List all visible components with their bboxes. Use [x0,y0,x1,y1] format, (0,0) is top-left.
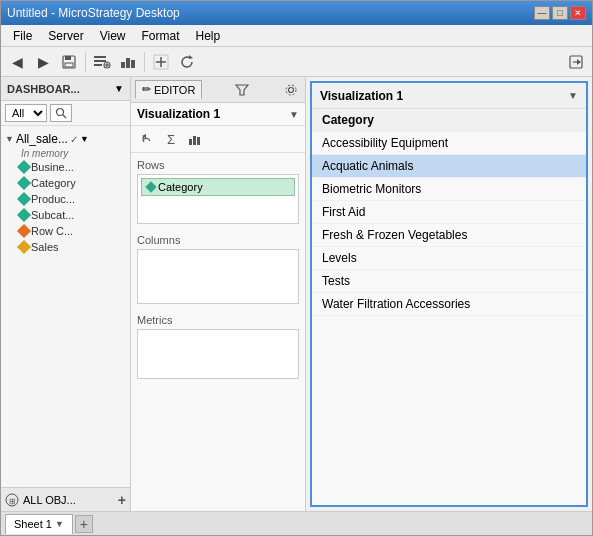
svg-point-25 [286,85,296,95]
tree-item-3[interactable]: Subcat... [3,207,128,223]
viz-content: Category Accessibility Equipment Acquati… [312,109,586,505]
sheet-tab-label: Sheet 1 [14,518,52,530]
viz-row-7[interactable]: Tests [312,270,586,293]
add-data-button[interactable] [90,50,114,74]
pencil-icon: ✏ [142,83,151,96]
toolbar-separator-2 [144,52,145,72]
add-sheet-button[interactable]: + [75,515,93,533]
add-object-button[interactable]: + [118,492,126,508]
tree-item-1[interactable]: Category [3,175,128,191]
filter-icon-btn[interactable] [232,80,252,100]
svg-line-20 [63,115,66,118]
main-window: Untitled - MicroStrategy Desktop — □ ✕ F… [0,0,593,536]
columns-drop-area[interactable] [137,249,299,304]
toolbar-separator-1 [85,52,86,72]
save-icon [61,54,77,70]
viz-cell-3: Biometric Monitors [322,182,421,196]
right-panel: Visualization 1 ▼ Category Accessibility… [310,81,588,507]
viz-row-8[interactable]: Water Filtration Accessories [312,293,586,316]
menu-format[interactable]: Format [133,27,187,45]
columns-label: Columns [137,234,299,246]
tree-item-4[interactable]: Row C... [3,223,128,239]
tree-item-label-0: Busine... [31,161,74,173]
search-button[interactable] [50,104,72,122]
add-button[interactable] [149,50,173,74]
editor-tab[interactable]: ✏ EDITOR [135,80,202,99]
chart-icon [120,54,136,70]
refresh-button[interactable] [175,50,199,74]
svg-rect-3 [94,56,106,58]
chart-button[interactable] [116,50,140,74]
filter-dropdown[interactable]: All [5,104,47,122]
menu-help[interactable]: Help [188,27,229,45]
columns-section: Columns [131,228,305,308]
viz-cell-1: Accessibility Equipment [322,136,448,150]
maximize-button[interactable]: □ [552,6,568,20]
search-row: All [1,101,130,126]
svg-rect-10 [126,58,130,68]
rows-drop-area[interactable]: Category [137,174,299,224]
all-objects-label[interactable]: ALL OBJ... [23,494,76,506]
metrics-label: Metrics [137,314,299,326]
viz-row-2[interactable]: Acquatic Animals [312,155,586,178]
viz-cell-2: Acquatic Animals [322,159,413,173]
viz-cell-5: Fresh & Frozen Vegetables [322,228,467,242]
main-area: DASHBOAR... ▼ All ▼ A [1,77,592,511]
menu-file[interactable]: File [5,27,40,45]
filter-icon [235,83,249,97]
svg-text:⊞: ⊞ [9,497,16,506]
add-icon [153,54,169,70]
viz-cell-6: Levels [322,251,357,265]
editor-tab-label: EDITOR [154,84,195,96]
tree-item-label-4: Row C... [31,225,73,237]
forward-button[interactable]: ▶ [31,50,55,74]
svg-point-19 [57,109,64,116]
minimize-button[interactable]: — [534,6,550,20]
export-button[interactable] [564,50,588,74]
settings-icon [284,83,298,97]
viz-dropdown-button[interactable]: ▼ [289,109,299,120]
viz-select-row: Visualization 1 ▼ [131,103,305,126]
refresh-icon [179,54,195,70]
title-bar: Untitled - MicroStrategy Desktop — □ ✕ [1,1,592,25]
left-panel-down-arrow[interactable]: ▼ [114,83,124,94]
menu-server[interactable]: Server [40,27,91,45]
sheet-tab-1[interactable]: Sheet 1 ▼ [5,514,73,534]
viz-row-6[interactable]: Levels [312,247,586,270]
diamond-icon-1 [17,176,31,190]
viz-row-4[interactable]: First Aid [312,201,586,224]
menu-bar: File Server View Format Help [1,25,592,47]
tree-item-label-1: Category [31,177,76,189]
tree-item-2[interactable]: Produc... [3,191,128,207]
svg-rect-4 [94,60,106,62]
undo-button[interactable] [137,129,157,149]
back-button[interactable]: ◀ [5,50,29,74]
viz-type-button[interactable] [185,129,205,149]
sheet-tab-arrow[interactable]: ▼ [55,519,64,529]
editor-toolbar: ✏ EDITOR [131,77,305,103]
svg-marker-18 [577,59,581,65]
tree-item-label-5: Sales [31,241,59,253]
category-chip[interactable]: Category [141,178,295,196]
viz-row-5[interactable]: Fresh & Frozen Vegetables [312,224,586,247]
viz-row-1[interactable]: Accessibility Equipment [312,132,586,155]
viz-row-3[interactable]: Biometric Monitors [312,178,586,201]
left-panel: DASHBOAR... ▼ All ▼ A [1,77,131,511]
undo-icon [140,132,154,146]
tree-root-down-icon[interactable]: ▼ [80,134,89,144]
sigma-button[interactable]: Σ [161,129,181,149]
tree-item-5[interactable]: Sales [3,239,128,255]
main-toolbar: ◀ ▶ [1,47,592,77]
svg-marker-15 [189,55,193,59]
close-button[interactable]: ✕ [570,6,586,20]
svg-rect-11 [131,60,135,68]
right-viz-dropdown[interactable]: ▼ [568,90,578,101]
metrics-drop-area[interactable] [137,329,299,379]
tree-root-item[interactable]: ▼ All_sale... ✓ ▼ [3,130,128,148]
middle-panel: ✏ EDITOR Visualization 1 ▼ [131,77,306,511]
settings-icon-btn[interactable] [281,80,301,100]
tree-item-0[interactable]: Busine... [3,159,128,175]
menu-view[interactable]: View [92,27,134,45]
save-button[interactable] [57,50,81,74]
export-icon [568,54,584,70]
